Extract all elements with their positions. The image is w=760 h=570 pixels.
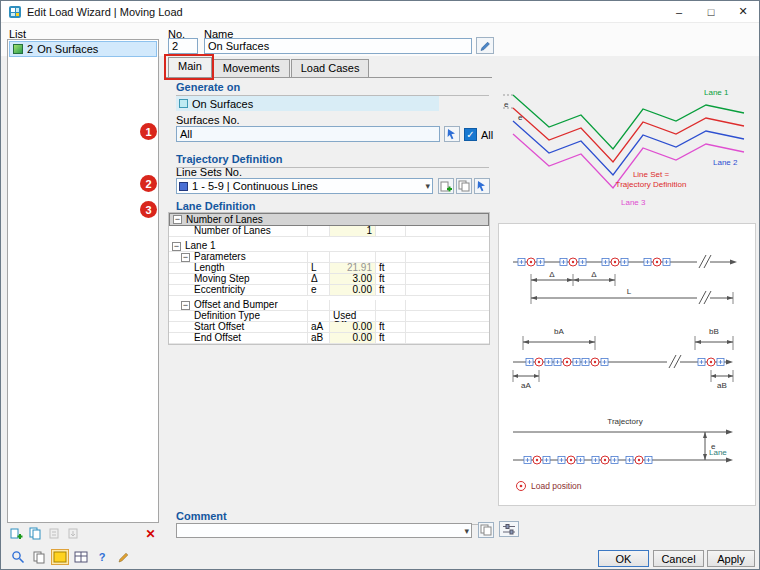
move-down-button[interactable] [65,526,82,541]
comment-copy-button[interactable] [478,522,494,538]
aA-label: aA [521,381,531,390]
table-row-moving-step[interactable]: Moving Step Δ 3.00 ft [169,274,489,285]
value-cell[interactable]: 3.00 [330,274,376,284]
diagram-settings-button[interactable] [499,521,519,537]
delta-label: Δ [591,270,597,279]
collapse-icon[interactable]: − [181,253,190,262]
filler-cell [406,285,489,295]
colors-button[interactable] [51,549,69,565]
unit-cell: ft [376,274,406,284]
annotation-rect-main-tab [164,54,214,80]
table-row-end-offset[interactable]: End Offset aB 0.00 ft [169,333,489,344]
tab-movements-label: Movements [223,62,280,74]
delete-list-item-button[interactable]: ✕ [142,526,159,541]
trajectory-label: Trajectory [607,417,642,426]
line-set-label-1: Line Set = [633,170,670,179]
close-button[interactable]: ✕ [727,1,759,23]
edit-mode-button[interactable] [114,549,132,565]
unit-cell [376,311,406,321]
dimension-diagram: Δ Δ L bA bB [499,224,755,505]
new-item-icon [10,527,23,540]
table-row-number-of-lanes-group[interactable]: − Number of Lanes [169,213,489,226]
minimize-button[interactable]: – [663,1,695,23]
ok-button[interactable]: OK [598,550,649,567]
L-label: L [627,287,632,296]
table-row-eccentricity[interactable]: Eccentricity e 0.00 ft [169,285,489,296]
unit-cell: ft [376,263,406,273]
symbol-cell: aB [308,333,330,343]
cancel-button[interactable]: Cancel [653,550,704,567]
table-row-length[interactable]: Length L 21.91 ft [169,263,489,274]
edit-load-wizard-dialog: Edit Load Wizard | Moving Load – □ ✕ Lis… [0,0,760,570]
help-button[interactable]: ? [93,549,111,565]
rename-button[interactable] [476,37,494,54]
table-row-definition-type[interactable]: Definition Type Used Offset [169,311,489,322]
value-cell[interactable]: 0.00 [330,322,376,332]
filler-cell [406,333,489,343]
check-icon: ✓ [466,129,474,140]
tab-divider [166,77,492,78]
collapse-icon[interactable]: − [172,242,181,251]
copy-item-icon [29,527,42,540]
table-row-lane-1-group[interactable]: − Lane 1 [169,241,489,252]
delete-icon: ✕ [145,528,155,540]
bB-label: bB [709,327,719,336]
symbol-cell [308,300,330,310]
pencil-icon [117,551,130,564]
value-cell[interactable]: 1 [330,226,376,236]
group-label: Offset and Bumper [194,300,278,310]
load-wizard-list[interactable]: 2 On Surfaces [7,39,159,523]
comment-combo[interactable]: ▾ [176,523,472,538]
value-cell [330,252,376,262]
symbol-cell [308,226,330,236]
grid-icon [74,551,88,563]
table-row-offset-and-bumper-group[interactable]: − Offset and Bumper [169,300,489,311]
collapse-icon[interactable]: − [181,301,190,310]
row-label: Moving Step [172,274,250,284]
find-button[interactable] [9,549,27,565]
edit-line-set-button[interactable] [456,178,472,194]
group-label: Parameters [194,252,246,262]
tab-load-cases-label: Load Cases [301,62,360,74]
new-list-item-button[interactable] [8,526,25,541]
pick-surfaces-button[interactable] [444,126,460,142]
symbol-cell [308,252,330,262]
apply-button[interactable]: Apply [707,550,755,567]
value-cell[interactable]: 0.00 [330,333,376,343]
value-cell[interactable]: 0.00 [330,285,376,295]
display-properties-button[interactable] [72,549,90,565]
group-label: Lane 1 [185,241,216,251]
annotation-circle-1: 1 [140,123,157,140]
move-down-icon [67,527,80,540]
line-sets-combo[interactable]: 1 - 5-9 | Continuous Lines ▾ [176,178,433,194]
move-up-button[interactable] [46,526,63,541]
symbol-cell [308,311,330,321]
name-field[interactable]: On Surfaces [204,38,472,54]
window-title: Edit Load Wizard | Moving Load [27,6,183,18]
value-cell [330,300,376,310]
tab-movements[interactable]: Movements [213,59,290,77]
value-cell[interactable]: 21.91 [330,263,376,273]
generate-on-title: Generate on [176,81,489,96]
table-row-number-of-lanes[interactable]: Number of Lanes 1 [169,226,489,237]
surfaces-no-input[interactable]: All [176,126,440,142]
collapse-icon[interactable]: − [173,215,182,224]
no-field[interactable]: 2 [168,38,198,54]
copy-settings-button[interactable] [30,549,48,565]
question-mark-icon: ? [99,551,106,563]
table-row-parameters-group[interactable]: − Parameters [169,252,489,263]
lane-parameter-diagrams: Δ Δ L bA bB [498,223,756,506]
new-line-set-button[interactable] [438,178,454,194]
maximize-button[interactable]: □ [695,1,727,23]
value-cell[interactable]: Used Offset [330,311,376,321]
row-label: Start Offset [172,322,244,332]
symbol-cell: aA [308,322,330,332]
tab-load-cases[interactable]: Load Cases [291,59,370,77]
pick-line-set-button[interactable] [474,178,490,194]
copy-list-item-button[interactable] [27,526,44,541]
dialog-toolbar: ? [9,549,132,565]
table-row-start-offset[interactable]: Start Offset aA 0.00 ft [169,322,489,333]
select-arrow-icon [476,180,488,192]
list-item-on-surfaces[interactable]: 2 On Surfaces [9,41,157,57]
all-surfaces-checkbox[interactable]: ✓ [464,128,477,141]
